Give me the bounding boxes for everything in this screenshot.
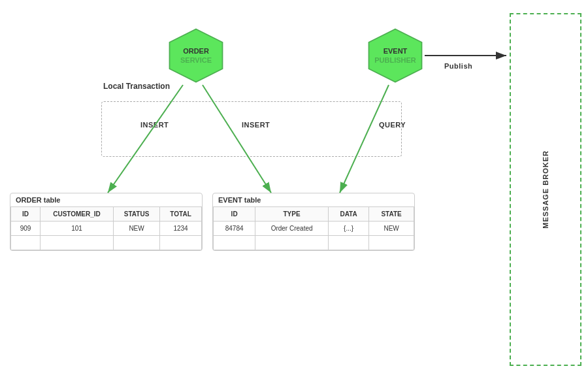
diagram-container: MESSAGE BROKER Local Transaction ORDER S…	[0, 0, 588, 379]
event-table-title: EVENT table	[213, 193, 414, 206]
event-col-data: DATA	[328, 207, 368, 222]
event-row1-type: Order Created	[255, 222, 329, 236]
order-table-data: ID CUSTOMER_ID STATUS TOTAL 909 101 NEW …	[10, 206, 202, 250]
insert2-label: INSERT	[242, 121, 270, 129]
order-row1-id: 909	[11, 222, 41, 236]
order-empty2	[41, 236, 114, 250]
arrows-overlay	[0, 0, 588, 379]
order-empty3	[113, 236, 159, 250]
event-empty4	[369, 236, 414, 250]
event-table: EVENT table ID TYPE DATA STATE 84784 Ord…	[212, 193, 415, 251]
local-transaction-box	[101, 101, 402, 157]
order-col-total: TOTAL	[160, 207, 202, 222]
event-col-state: STATE	[369, 207, 414, 222]
event-row-1: 84784 Order Created {...} NEW	[214, 222, 414, 236]
publish-label: Publish	[444, 62, 472, 70]
order-row1-status: NEW	[113, 222, 159, 236]
event-row1-data: {...}	[328, 222, 368, 236]
event-empty2	[255, 236, 329, 250]
event-table-data: ID TYPE DATA STATE 84784 Order Created {…	[213, 206, 414, 250]
order-table: ORDER table ID CUSTOMER_ID STATUS TOTAL …	[10, 193, 203, 251]
event-empty3	[328, 236, 368, 250]
order-row1-total: 1234	[160, 222, 202, 236]
event-publisher-wrapper: EVENT PUBLISHER	[366, 26, 425, 85]
event-publisher-line2: PUBLISHER	[374, 56, 416, 65]
event-publisher-hexagon: EVENT PUBLISHER	[366, 26, 425, 85]
order-col-id: ID	[11, 207, 41, 222]
order-row1-customer-id: 101	[41, 222, 114, 236]
insert1-label: INSERT	[140, 121, 169, 129]
order-service-hexagon: ORDER SERVICE	[167, 26, 225, 85]
order-service-line2: SERVICE	[180, 56, 212, 65]
order-col-status: STATUS	[113, 207, 159, 222]
message-broker-label: MESSAGE BROKER	[542, 150, 549, 229]
event-col-type: TYPE	[255, 207, 329, 222]
event-publisher-line1: EVENT	[374, 46, 416, 56]
order-service-wrapper: ORDER SERVICE	[167, 26, 225, 85]
event-empty1	[214, 236, 255, 250]
order-empty1	[11, 236, 41, 250]
order-col-customer-id: CUSTOMER_ID	[41, 207, 114, 222]
message-broker-box: MESSAGE BROKER	[510, 13, 581, 366]
event-row1-id: 84784	[214, 222, 255, 236]
event-row1-state: NEW	[369, 222, 414, 236]
order-row-empty	[11, 236, 202, 250]
order-table-title: ORDER table	[10, 193, 202, 206]
event-row-empty	[214, 236, 414, 250]
order-service-line1: ORDER	[180, 46, 212, 56]
event-col-id: ID	[214, 207, 255, 222]
order-empty4	[160, 236, 202, 250]
local-transaction-label: Local Transaction	[103, 82, 170, 91]
query-label: QUERY	[379, 121, 406, 129]
order-row-1: 909 101 NEW 1234	[11, 222, 202, 236]
